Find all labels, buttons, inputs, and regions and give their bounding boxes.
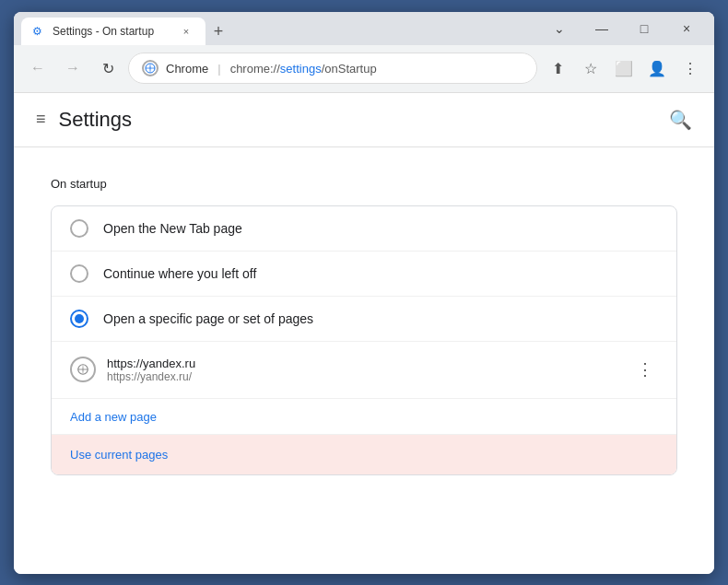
page-entry-site-icon (70, 357, 96, 382)
settings-title-group: ≡ Settings (36, 108, 132, 132)
menu-button[interactable]: ⋮ (675, 53, 705, 83)
use-current-pages-row: Use current pages (52, 435, 676, 474)
refresh-button[interactable]: ↻ (93, 53, 123, 83)
content-wrapper: ≡ Settings 🔍 On startup Open the New Tab… (14, 93, 714, 574)
option-label-continue: Continue where you left off (103, 266, 256, 281)
browser-window: ⚙ Settings - On startup × + ⌄ — □ × ← → … (14, 12, 714, 574)
settings-header: ≡ Settings 🔍 (14, 93, 714, 147)
page-entry-url: https://yandex.ru (107, 357, 632, 370)
page-entry-suburl: https://yandex.ru/ (107, 370, 632, 383)
page-entry-menu-button[interactable]: ⋮ (632, 357, 658, 382)
new-tab-button[interactable]: + (205, 19, 231, 45)
radio-specific[interactable] (70, 310, 88, 328)
active-tab[interactable]: ⚙ Settings - On startup × (21, 18, 205, 45)
settings-page-title: Settings (59, 108, 133, 132)
startup-options-card: Open the New Tab page Continue where you… (51, 205, 677, 475)
hamburger-menu-button[interactable]: ≡ (36, 110, 46, 129)
option-row-new-tab[interactable]: Open the New Tab page (52, 206, 676, 252)
share-button[interactable]: ⬆ (543, 53, 572, 83)
window-controls: ⌄ — □ × (539, 12, 707, 45)
address-bar: ← → ↻ Chrome | chrome://settings/onStart… (14, 45, 714, 93)
content-area: ≡ Settings 🔍 On startup Open the New Tab… (14, 93, 714, 574)
page-entry-text: https://yandex.ru https://yandex.ru/ (107, 357, 632, 383)
option-label-new-tab: Open the New Tab page (103, 221, 242, 236)
url-text: chrome://settings/onStartup (230, 62, 377, 76)
minimize-button[interactable]: — (581, 12, 622, 45)
page-entry: https://yandex.ru https://yandex.ru/ ⋮ (70, 349, 658, 391)
bookmark-button[interactable]: ☆ (576, 53, 605, 83)
site-icon (142, 60, 159, 76)
profile-button[interactable]: 👤 (642, 53, 672, 83)
settings-content: On startup Open the New Tab page Continu… (14, 147, 714, 574)
close-button[interactable]: × (666, 12, 707, 45)
toolbar-right: ⬆ ☆ ⬜ 👤 ⋮ (543, 53, 705, 83)
url-brand: Chrome (166, 62, 208, 76)
title-bar: ⚙ Settings - On startup × + ⌄ — □ × (14, 12, 714, 45)
add-page-row: Add a new page (52, 399, 676, 435)
search-settings-button[interactable]: 🔍 (669, 109, 692, 131)
url-separator: | (217, 62, 220, 76)
add-page-link[interactable]: Add a new page (70, 410, 157, 424)
radio-continue[interactable] (70, 264, 88, 283)
radio-new-tab[interactable] (70, 219, 88, 238)
use-current-pages-button[interactable]: Use current pages (70, 448, 168, 462)
option-label-specific: Open a specific page or set of pages (103, 311, 313, 326)
option-row-continue[interactable]: Continue where you left off (52, 252, 676, 297)
section-label: On startup (51, 177, 677, 191)
back-button[interactable]: ← (23, 53, 53, 83)
forward-button[interactable]: → (58, 53, 88, 83)
maximize-button[interactable]: □ (624, 12, 664, 45)
tab-area: ⚙ Settings - On startup × + (21, 12, 535, 45)
tab-label: Settings - On startup (53, 25, 154, 38)
tab-close-button[interactable]: × (178, 23, 194, 40)
url-bar[interactable]: Chrome | chrome://settings/onStartup (128, 53, 537, 84)
tab-favicon: ⚙ (32, 25, 45, 38)
radio-selected-indicator (75, 314, 84, 323)
sidebar-button[interactable]: ⬜ (609, 53, 639, 83)
pages-subsection: https://yandex.ru https://yandex.ru/ ⋮ (52, 342, 676, 399)
chevron-down-button[interactable]: ⌄ (539, 12, 580, 45)
option-row-specific[interactable]: Open a specific page or set of pages (52, 297, 676, 342)
